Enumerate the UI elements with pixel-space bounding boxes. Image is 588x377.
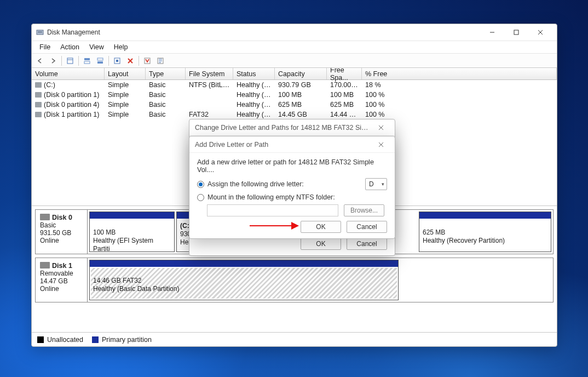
partition-name: (C:: [180, 222, 189, 230]
dialog2-cancel-button[interactable]: Cancel: [347, 221, 387, 233]
col-capacity[interactable]: Capacity: [275, 68, 327, 79]
column-headers: Volume Layout Type File System Status Ca…: [32, 68, 557, 80]
disk-1-row[interactable]: Disk 1 Removable 14.47 GB Online 14.46 G…: [35, 258, 554, 302]
legend-primary: Primary partition: [92, 336, 152, 344]
disk-name: Disk 0: [52, 214, 72, 221]
col-filesystem[interactable]: File System: [186, 68, 233, 79]
drive-letter-value: D: [369, 180, 374, 188]
dialog-instruction: Add a new drive letter or path for 14812…: [197, 158, 387, 174]
disk-status: Online: [40, 237, 59, 244]
volume-row[interactable]: (C:)SimpleBasicNTFS (BitLo...Healthy (B.…: [32, 80, 557, 90]
mount-folder-option[interactable]: Mount in the following empty NTFS folder…: [197, 193, 387, 201]
svg-rect-17: [145, 58, 150, 64]
radio-mount-folder[interactable]: [197, 194, 204, 201]
disk-icon: [40, 214, 50, 220]
disk-type: Basic: [40, 221, 56, 229]
col-volume[interactable]: Volume: [32, 68, 105, 79]
dialog-title: Change Drive Letter and Paths for 14812 …: [195, 124, 373, 132]
radio-assign-letter[interactable]: [197, 181, 204, 188]
menubar: File Action View Help: [32, 41, 557, 54]
svg-rect-1: [38, 31, 42, 32]
col-layout[interactable]: Layout: [105, 68, 146, 79]
app-icon: [36, 28, 44, 36]
menu-action[interactable]: Action: [56, 42, 84, 53]
partition-color-bar: [90, 260, 398, 267]
drive-letter-select[interactable]: D ▾: [365, 178, 387, 190]
svg-rect-10: [84, 61, 90, 64]
disk-name: Disk 1: [52, 262, 72, 270]
toolbar: [32, 54, 557, 68]
disk-type: Removable: [40, 270, 73, 277]
maximize-button[interactable]: [504, 24, 528, 41]
partition-size: 100 MB: [93, 229, 116, 236]
svg-rect-9: [84, 58, 90, 60]
top-view-button[interactable]: [81, 55, 93, 67]
volume-icon: [35, 112, 42, 117]
toolbar-divider: [61, 56, 62, 66]
svg-rect-4: [514, 30, 518, 35]
partition-size: 625 MB: [423, 229, 445, 236]
volume-row[interactable]: (Disk 0 partition 1)SimpleBasicHealthy (…: [32, 90, 557, 100]
forward-button[interactable]: [47, 55, 59, 67]
help-button[interactable]: [154, 55, 166, 67]
dialog-titlebar[interactable]: Add Drive Letter or Path: [189, 136, 395, 153]
svg-rect-12: [97, 61, 103, 64]
disk-size: 931.50 GB: [40, 229, 71, 237]
volume-icon: [35, 102, 42, 107]
assign-letter-option[interactable]: Assign the following drive letter:: [197, 180, 304, 188]
disk0-partition-1[interactable]: 100 MBHealthy (EFI System Partiti: [89, 212, 175, 252]
disk0-partition-3[interactable]: 625 MBHealthy (Recovery Partition): [419, 212, 551, 252]
dialog-title: Add Drive Letter or Path: [195, 141, 373, 148]
dialog1-ok-button[interactable]: OK: [301, 238, 341, 250]
titlebar[interactable]: Disk Management: [32, 24, 557, 41]
partition-color-bar: [90, 212, 174, 219]
disk1-partition-1[interactable]: 14.46 GB FAT32Healthy (Basic Data Partit…: [89, 260, 399, 300]
mount-folder-label: Mount in the following empty NTFS folder…: [207, 193, 335, 201]
dialog1-cancel-button[interactable]: Cancel: [347, 238, 387, 250]
properties-button[interactable]: [141, 55, 153, 67]
mount-path-input[interactable]: [207, 204, 338, 216]
svg-rect-11: [97, 58, 103, 60]
col-pctfree[interactable]: % Free: [362, 68, 557, 79]
chevron-down-icon: ▾: [382, 181, 384, 187]
disk-icon: [40, 262, 50, 269]
browse-button[interactable]: Browse...: [344, 204, 384, 216]
dialog-close-button[interactable]: [373, 136, 389, 153]
dialog-titlebar[interactable]: Change Drive Letter and Paths for 14812 …: [189, 119, 395, 136]
partition-status: Healthy (Basic Data Partition): [93, 285, 179, 293]
partition-status: Healthy (EFI System Partiti: [93, 237, 153, 253]
back-button[interactable]: [34, 55, 46, 67]
toolbar-divider: [108, 56, 109, 66]
legend-unallocated: Unallocated: [37, 336, 83, 344]
volume-row[interactable]: (Disk 0 partition 4)SimpleBasicHealthy (…: [32, 100, 557, 110]
disk-1-label: Disk 1 Removable 14.47 GB Online: [36, 258, 88, 302]
window-title: Disk Management: [47, 28, 480, 36]
menu-view[interactable]: View: [85, 42, 108, 53]
col-status[interactable]: Status: [233, 68, 275, 79]
dialog-close-button[interactable]: [373, 119, 389, 136]
col-freespace[interactable]: Free Spa...: [327, 68, 362, 79]
show-hide-tree-button[interactable]: [64, 55, 76, 67]
partition-status: Healthy (Recovery Partition): [423, 237, 505, 244]
bottom-view-button[interactable]: [94, 55, 106, 67]
partition-color-bar: [419, 212, 551, 219]
settings-button[interactable]: [111, 55, 123, 67]
delete-button[interactable]: [124, 55, 136, 67]
minimize-button[interactable]: [480, 24, 504, 41]
dialog2-ok-button[interactable]: OK: [301, 221, 341, 233]
toolbar-divider: [78, 56, 79, 66]
col-type[interactable]: Type: [146, 68, 186, 79]
svg-rect-14: [116, 60, 118, 62]
toolbar-divider: [139, 56, 139, 66]
volume-icon: [35, 92, 42, 98]
menu-help[interactable]: Help: [109, 42, 132, 53]
partition-size: 14.46 GB FAT32: [93, 277, 142, 284]
close-button[interactable]: [528, 24, 552, 41]
svg-rect-7: [67, 58, 73, 64]
svg-rect-2: [38, 32, 42, 33]
disk-size: 14.47 GB: [40, 277, 68, 285]
disk-status: Online: [40, 285, 59, 293]
menu-file[interactable]: File: [35, 42, 55, 53]
volume-row[interactable]: (Disk 1 partition 1)SimpleBasicFAT32Heal…: [32, 110, 557, 119]
disk-0-label: Disk 0 Basic 931.50 GB Online: [36, 210, 88, 254]
